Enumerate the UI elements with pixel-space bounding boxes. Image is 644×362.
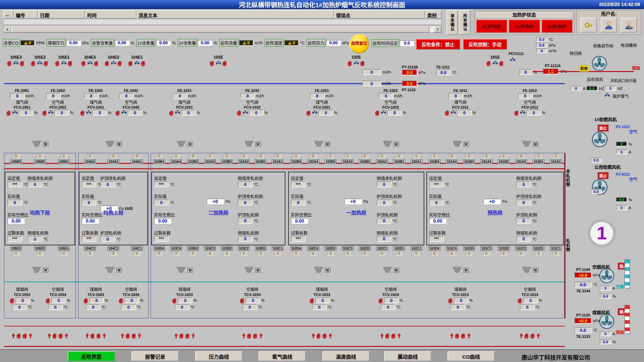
blowback-condition-button[interactable]: 反吹条件：禁止 [416, 39, 460, 50]
control-valve-icon[interactable] [450, 110, 456, 115]
shutoff-valve-icon[interactable] [492, 61, 498, 66]
manual-valve-hand-icon[interactable] [115, 110, 120, 116]
manual-valve-hand-icon[interactable] [90, 333, 95, 339]
shutoff-valve-icon[interactable] [111, 61, 116, 66]
operator-icon-button[interactable] [601, 18, 617, 33]
setpoint-box[interactable]: *** [291, 181, 306, 187]
manual-valve-hand-icon[interactable] [322, 333, 327, 339]
manual-valve-hand-icon[interactable] [131, 333, 137, 339]
control-valve-icon[interactable] [312, 110, 318, 115]
manual-valve-hand-icon[interactable] [499, 60, 504, 66]
alarm-column-1[interactable]: 编号 [14, 10, 38, 19]
manual-valve-hand-icon[interactable] [46, 298, 51, 303]
alarm-column-0[interactable]: ... [3, 10, 14, 19]
manual-valve-hand-icon[interactable] [222, 60, 227, 66]
common-aux-fan-disabled-badge[interactable]: 禁止 [598, 172, 608, 179]
shutoff-valve-icon[interactable] [37, 61, 43, 66]
manual-valve-hand-icon[interactable] [84, 298, 89, 303]
manual-valve-hand-icon[interactable] [105, 60, 110, 66]
manual-valve-hand-icon[interactable] [514, 110, 519, 116]
nav-button-0[interactable]: 反吹界面 [68, 351, 115, 361]
alarm-column-4[interactable]: 消息文本 [137, 10, 334, 19]
ack-single-button[interactable]: 单条确认 [446, 10, 458, 35]
manual-valve-hand-icon[interactable] [119, 298, 124, 303]
scroll-thumb[interactable] [12, 26, 429, 33]
manual-valve-hand-icon[interactable] [117, 60, 122, 66]
setpoint-box[interactable]: *** [7, 181, 22, 187]
manual-valve-hand-icon[interactable] [125, 333, 130, 339]
furnace-stop-button-3[interactable]: B3炉停炉 [541, 19, 573, 33]
manual-valve-hand-icon[interactable] [524, 333, 529, 339]
nav-button-1[interactable]: 报警记录 [131, 351, 179, 361]
manual-valve-hand-icon[interactable] [20, 60, 25, 66]
alarm-column-3[interactable]: 时间 [85, 10, 137, 19]
manual-valve-hand-icon[interactable] [169, 110, 174, 116]
manual-valve-hand-icon[interactable] [310, 298, 315, 303]
manual-valve-hand-icon[interactable] [455, 333, 460, 339]
manual-valve-hand-icon[interactable] [128, 60, 133, 66]
manual-valve-hand-icon[interactable] [52, 333, 57, 339]
blowback-time-input[interactable]: 0.0 [399, 40, 414, 46]
control-valve-icon[interactable] [48, 110, 54, 115]
manual-valve-hand-icon[interactable] [31, 60, 36, 66]
nav-button-2[interactable]: 压力曲线 [195, 351, 243, 361]
manual-valve-hand-icon[interactable] [518, 298, 523, 303]
manual-valve-hand-icon[interactable] [94, 60, 99, 66]
manual-valve-hand-icon[interactable] [44, 60, 49, 66]
manual-valve-hand-icon[interactable] [179, 333, 184, 339]
manual-valve-hand-icon[interactable] [445, 110, 450, 116]
manual-valve-hand-icon[interactable] [96, 333, 101, 339]
manual-valve-hand-icon[interactable] [237, 110, 242, 116]
scroll-right-button[interactable]: › [434, 26, 441, 33]
manual-valve-hand-icon[interactable] [486, 60, 491, 66]
alarm-column-5[interactable]: 错误点 [334, 10, 425, 19]
manual-valve-hand-icon[interactable] [80, 110, 85, 116]
manual-valve-hand-icon[interactable] [378, 298, 383, 303]
scroll-left-button[interactable]: ‹ [4, 26, 11, 33]
setpoint-box[interactable]: *** [154, 236, 169, 242]
setpoint-box[interactable]: *** [82, 181, 96, 187]
manual-valve-hand-icon[interactable] [141, 60, 146, 66]
control-valve-icon[interactable] [86, 110, 92, 115]
setpoint-box[interactable]: *** [429, 181, 444, 187]
control-valve-icon[interactable] [510, 58, 516, 62]
control-valve-icon[interactable] [121, 110, 127, 115]
local-mode-badge[interactable]: 机旁 [579, 65, 589, 72]
ack-all-button[interactable]: 所有确认 [459, 10, 471, 35]
alarm-column-2[interactable]: 日期 [38, 10, 85, 19]
nav-button-5[interactable]: 震动曲线 [384, 351, 431, 361]
shutoff-valve-icon[interactable] [604, 93, 610, 98]
shutoff-valve-icon[interactable] [87, 61, 93, 66]
nav-button-6[interactable]: CO曲线 [447, 351, 495, 361]
manual-valve-hand-icon[interactable] [22, 333, 28, 339]
shutoff-valve-icon[interactable] [354, 61, 359, 66]
manual-valve-hand-icon[interactable] [185, 333, 190, 339]
manual-valve-hand-icon[interactable] [81, 60, 86, 66]
shutoff-valve-icon[interactable] [61, 61, 67, 66]
setpoint-box[interactable]: *** [7, 236, 22, 242]
control-valve-icon[interactable] [12, 110, 18, 115]
control-valve-icon[interactable] [243, 110, 248, 115]
control-valve-icon[interactable] [381, 110, 386, 115]
shutoff-valve-icon[interactable] [13, 61, 19, 66]
shutoff-valve-icon[interactable] [216, 61, 221, 66]
manual-valve-hand-icon[interactable] [6, 110, 11, 116]
manual-valve-hand-icon[interactable] [448, 298, 453, 303]
manual-valve-hand-icon[interactable] [253, 333, 258, 339]
manual-valve-hand-icon[interactable] [385, 333, 390, 339]
furnace-stop-button-2[interactable]: B2炉停炉 [508, 19, 540, 33]
manual-valve-hand-icon[interactable] [55, 60, 60, 66]
manual-valve-hand-icon[interactable] [316, 333, 321, 339]
nav-button-4[interactable]: 温度曲线 [322, 351, 370, 361]
login-user-icon-button[interactable] [621, 18, 637, 33]
manual-valve-hand-icon[interactable] [530, 333, 535, 339]
manual-valve-hand-icon[interactable] [172, 298, 177, 303]
furnace-stop-button-1[interactable]: B1炉停炉 [476, 19, 507, 33]
alarm-scrollbar[interactable]: ‹› [3, 25, 442, 33]
manual-valve-hand-icon[interactable] [306, 110, 311, 116]
manual-valve-hand-icon[interactable] [68, 60, 73, 66]
setpoint-box[interactable]: *** [429, 236, 444, 242]
control-valve-icon[interactable] [520, 110, 526, 115]
alarm-column-6[interactable]: 类别 [425, 10, 442, 19]
manual-valve-hand-icon[interactable] [42, 110, 47, 116]
